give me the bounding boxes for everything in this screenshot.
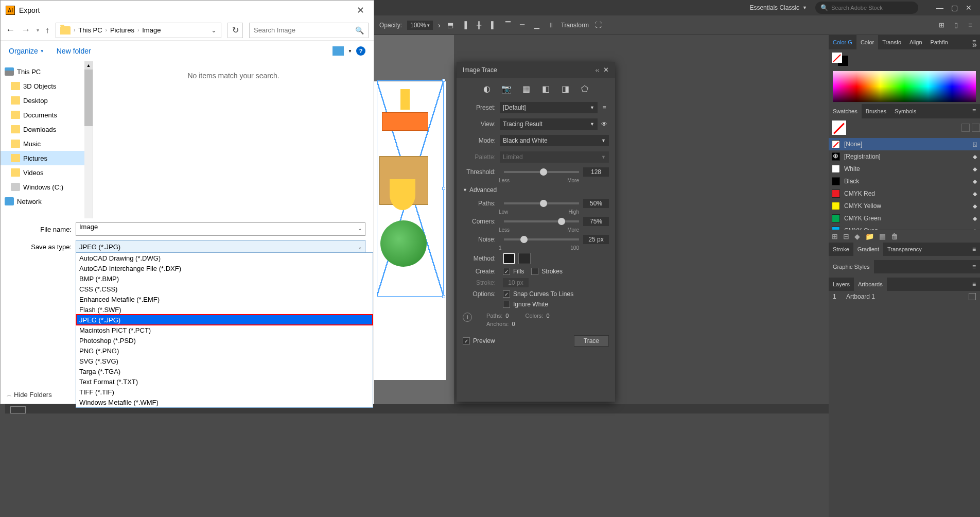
breadcrumb-item[interactable]: Image <box>142 26 161 34</box>
breadcrumb-item[interactable]: This PC <box>78 26 102 34</box>
swatch-library-icon[interactable]: ⊞ <box>832 232 838 240</box>
swatch-row[interactable]: CMYK Red◆ <box>829 187 980 200</box>
filename-input[interactable]: Image⌄ <box>76 222 365 236</box>
search-input[interactable] <box>254 26 355 34</box>
panel-menu-icon[interactable]: ≡ <box>968 260 980 273</box>
panel-tab[interactable]: Transparency <box>883 243 926 256</box>
arrange-icon[interactable]: ⊞ <box>937 21 946 30</box>
outline-icon[interactable]: ⬠ <box>579 83 590 94</box>
filetype-option[interactable]: JPEG (*.JPG) <box>76 315 373 325</box>
list-view-button[interactable] <box>961 124 970 132</box>
canvas[interactable] <box>374 35 454 404</box>
preset-menu-icon[interactable]: ≡ <box>600 104 609 111</box>
paths-value[interactable]: 50% <box>583 199 609 208</box>
panel-tab[interactable]: Color G <box>829 35 856 49</box>
new-group-icon[interactable]: 📁 <box>865 232 874 240</box>
savetype-dropdown[interactable]: AutoCAD Drawing (*.DWG)AutoCAD Interchan… <box>76 252 373 408</box>
filetype-option[interactable]: Windows Metafile (*.WMF) <box>76 397 373 407</box>
refresh-button[interactable]: ↻ <box>227 23 243 38</box>
filetype-option[interactable]: Photoshop (*.PSD) <box>76 335 373 346</box>
tab-graphic-styles[interactable]: Graphic Styles <box>829 260 874 273</box>
align-left-icon[interactable]: ▐ <box>460 21 469 30</box>
chevron-down-icon[interactable]: ⌄ <box>358 226 362 231</box>
swatch-row[interactable]: White◆ <box>829 163 980 175</box>
breadcrumb-item[interactable]: Pictures <box>110 26 134 34</box>
hide-folders-button[interactable]: ︿ Hide Folders <box>7 391 52 399</box>
panel-tab[interactable]: Swatches <box>829 104 862 118</box>
menu-icon[interactable]: ≡ <box>966 21 975 30</box>
panel-menu-icon[interactable]: ≡ <box>968 243 980 256</box>
tree-item[interactable]: Documents <box>1 108 93 122</box>
scroll-up-icon[interactable]: ▲ <box>84 61 93 70</box>
chevron-down-icon[interactable]: ▼ <box>348 49 352 54</box>
grid-view-button[interactable] <box>972 124 980 132</box>
filetype-option[interactable]: PNG (*.PNG) <box>76 346 373 356</box>
up-button[interactable]: ↑ <box>45 26 49 35</box>
panel-menu-icon[interactable]: ≡ <box>968 104 980 118</box>
scroll-thumb[interactable] <box>84 70 93 126</box>
color-spectrum[interactable] <box>833 71 976 102</box>
trace-button[interactable]: Trace <box>574 335 609 347</box>
panel-tab[interactable]: Layers <box>829 278 854 291</box>
panel-tab[interactable]: Symbols <box>890 104 920 118</box>
artboard-row[interactable]: 1 Artboard 1 <box>829 291 980 302</box>
address-bar[interactable]: › This PC › Pictures › Image ⌄ <box>56 23 221 38</box>
method-abutting[interactable] <box>503 253 515 264</box>
maximize-button[interactable]: ▢ <box>949 4 959 12</box>
tree-item[interactable]: Network <box>1 194 93 209</box>
swatch-row[interactable]: CMYK Yellow◆ <box>829 200 980 212</box>
dock-menu-icon[interactable]: » <box>972 40 977 49</box>
method-overlapping[interactable] <box>518 253 531 264</box>
recent-dd-icon[interactable]: ▾ <box>37 27 39 33</box>
high-color-icon[interactable]: 📷 <box>501 83 512 94</box>
eye-icon[interactable]: 👁 <box>600 120 609 128</box>
bw-icon[interactable]: ◨ <box>559 83 571 94</box>
close-icon[interactable]: ✕ <box>603 66 609 74</box>
delete-swatch-icon[interactable]: 🗑 <box>891 232 898 240</box>
panel-tab[interactable]: Gradient <box>853 243 883 256</box>
preset-select[interactable]: [Default]▼ <box>500 102 598 113</box>
close-icon[interactable]: ✕ <box>353 5 369 16</box>
filetype-option[interactable]: Macintosh PICT (*.PCT) <box>76 325 373 335</box>
panel-tab[interactable]: Align <box>905 35 926 49</box>
filetype-option[interactable]: TIFF (*.TIF) <box>76 387 373 397</box>
savetype-select[interactable]: JPEG (*.JPG)⌄ <box>76 240 365 253</box>
snap-checkbox[interactable] <box>503 290 510 298</box>
tree-item[interactable]: This PC <box>1 64 93 79</box>
filetype-option[interactable]: CSS (*.CSS) <box>76 284 373 294</box>
nav-tree[interactable]: This PC3D ObjectsDesktopDocumentsDownloa… <box>1 61 93 218</box>
filetype-option[interactable]: SVG (*.SVG) <box>76 356 373 366</box>
align-icon[interactable]: ⬒ <box>446 21 455 30</box>
low-color-icon[interactable]: ▦ <box>520 83 532 94</box>
opacity-field[interactable]: 100%▾ <box>407 21 433 30</box>
fills-checkbox[interactable] <box>503 268 510 275</box>
back-button[interactable]: ← <box>6 25 15 36</box>
search-icon[interactable]: 🔍 <box>355 26 364 35</box>
panel-titlebar[interactable]: Image Trace ‹‹ ✕ <box>457 62 615 78</box>
panel-tab[interactable]: Color <box>856 35 878 49</box>
chevron-down-icon[interactable]: ⌄ <box>211 26 217 34</box>
scrollbar[interactable]: ▲ <box>84 61 93 218</box>
swatch-row[interactable]: [None]⍂ <box>829 138 980 150</box>
align-center-icon[interactable]: ╫ <box>475 21 484 30</box>
strokes-checkbox[interactable] <box>531 268 538 275</box>
align-middle-icon[interactable]: ═ <box>518 21 527 30</box>
chevron-right-icon[interactable]: › <box>438 21 441 29</box>
swatch-menu-icon[interactable]: ⊟ <box>843 232 849 240</box>
dialog-titlebar[interactable]: Ai Export ✕ <box>1 1 374 20</box>
filetype-option[interactable]: Enhanced Metafile (*.EMF) <box>76 294 373 304</box>
filetype-option[interactable]: BMP (*.BMP) <box>76 273 373 284</box>
collapse-icon[interactable]: ‹‹ <box>596 67 599 73</box>
organize-button[interactable]: Organize▼ <box>9 47 44 55</box>
panel-tab[interactable]: Stroke <box>829 243 853 256</box>
tree-item[interactable]: Pictures <box>1 151 93 165</box>
noise-value[interactable]: 25 px <box>583 235 609 244</box>
corners-value[interactable]: 75% <box>583 217 609 226</box>
tree-item[interactable]: Desktop <box>1 93 93 108</box>
artboard-options-icon[interactable] <box>969 293 976 300</box>
swatch-row[interactable]: [Registration]◆ <box>829 150 980 163</box>
filetype-option[interactable]: AutoCAD Interchange File (*.DXF) <box>76 263 373 273</box>
corners-slider[interactable] <box>504 220 579 222</box>
panel-tab[interactable]: Transfo <box>878 35 905 49</box>
swatch-row[interactable]: Black◆ <box>829 175 980 187</box>
